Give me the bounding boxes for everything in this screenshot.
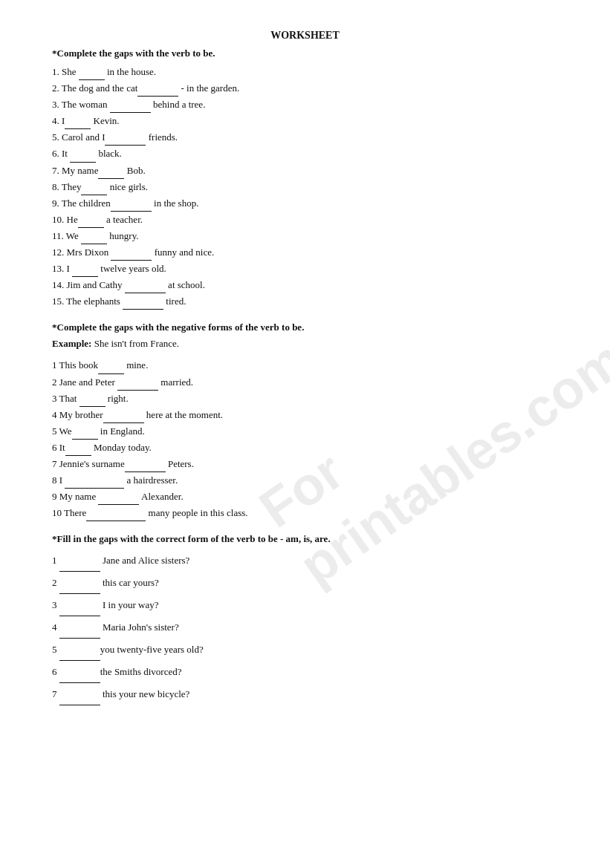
list-item: 7 Jennie's surname Peters. [52,456,558,472]
blank [59,695,100,705]
page-title: WORKSHEET [52,30,558,42]
list-item: 13. I twelve years old. [52,261,558,277]
blank [86,511,146,521]
example-text: She isn't from France. [91,338,179,349]
list-item: 11. We hungry. [52,228,558,244]
list-item: 5 We in England. [52,423,558,440]
blank [81,185,107,195]
blank [78,218,104,228]
list-item: 8 I a hairdresser. [52,472,558,489]
blank [125,283,166,293]
list-item: 4 My brother here at the moment. [52,407,558,423]
list-item: 5. Carol and I friends. [52,129,558,146]
section2-header: *Complete the gaps with the negative for… [52,322,558,333]
section2-example: Example: She isn't from France. [52,338,558,350]
blank [59,584,100,594]
list-item: 14. Jim and Cathy at school. [52,277,558,293]
section2-list: 1 This book mine. 2 Jane and Peter marri… [52,357,558,521]
blank [80,397,106,407]
blank [98,364,124,374]
list-item: 3. The woman behind a tree. [52,97,558,113]
blank [79,70,105,80]
list-item: 10 There many people in this class. [52,505,558,521]
list-item: 12. Mrs Dixon funny and nice. [52,244,558,261]
blank [117,380,158,391]
blank [65,478,124,489]
list-item: 10. He a teacher. [52,212,558,228]
section3-list: 1 Jane and Alice sisters? 2 this car you… [52,549,558,705]
blank [59,561,100,572]
blank [123,299,163,310]
blank [125,462,166,472]
list-item: 3 I in your way? [52,594,558,616]
blank [81,234,107,244]
list-item: 1 This book mine. [52,357,558,373]
blank [59,628,100,639]
list-item: 2 this car yours? [52,572,558,594]
blank [70,152,96,163]
list-item: 4. I Kevin. [52,113,558,129]
list-item: 6. It black. [52,146,558,162]
blank [111,201,152,212]
blank [72,267,98,277]
blank [65,119,91,129]
list-item: 15. The elephants tired. [52,293,558,310]
section1-list: 1. She in the house. 2. The dog and the … [52,64,558,310]
list-item: 3 That right. [52,391,558,407]
blank [137,86,178,97]
list-item: 5 you twenty-five years old? [52,639,558,661]
example-label: Example: [52,338,91,349]
list-item: 9 My name Alexander. [52,489,558,505]
blank [98,495,139,505]
blank [59,673,100,683]
blank [111,250,152,261]
list-item: 7 this your new bicycle? [52,683,558,705]
list-item: 1. She in the house. [52,64,558,80]
list-item: 2 Jane and Peter married. [52,374,558,391]
list-item: 2. The dog and the cat - in the garden. [52,80,558,97]
section3-header: *Fill in the gaps with the correct form … [52,533,558,545]
list-item: 1 Jane and Alice sisters? [52,549,558,572]
blank [65,446,91,456]
blank [110,102,151,113]
blank [59,606,100,616]
list-item: 6 It Monday today. [52,440,558,456]
blank [98,169,124,179]
blank [72,429,98,440]
list-item: 8. They nice girls. [52,179,558,195]
section1-header: *Complete the gaps with the verb to be. [52,48,558,59]
blank [103,413,144,423]
list-item: 7. My name Bob. [52,163,558,179]
list-item: 4 Maria John's sister? [52,616,558,639]
blank [59,650,100,661]
blank [105,135,146,146]
list-item: 9. The children in the shop. [52,195,558,212]
list-item: 6 the Smiths divorced? [52,661,558,683]
